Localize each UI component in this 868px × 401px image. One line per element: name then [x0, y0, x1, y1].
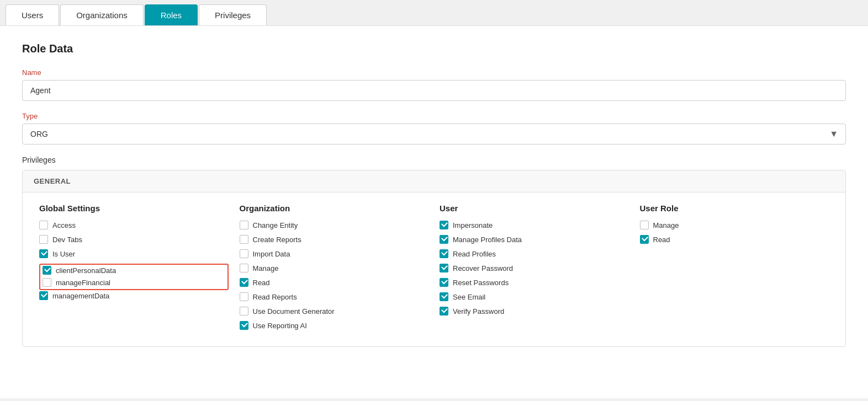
list-item: Is User — [39, 249, 229, 258]
privileges-label: Privileges — [22, 156, 846, 164]
list-item: Dev Tabs — [39, 235, 229, 244]
checkbox-access[interactable] — [39, 221, 48, 229]
list-item: Manage — [240, 264, 429, 272]
content-area: Role Data Name Type ORG USER SYSTEM ▼ Pr… — [0, 26, 868, 398]
label-access: Access — [52, 221, 76, 229]
tab-bar: Users Organizations Roles Privileges — [0, 0, 868, 26]
label-import-data: Import Data — [253, 250, 290, 258]
checkbox-manage-financial[interactable] — [43, 278, 51, 287]
col-title-user: User — [440, 204, 629, 213]
checkbox-management-data[interactable] — [39, 291, 48, 300]
list-item: Recover Password — [440, 264, 629, 272]
name-input[interactable] — [22, 80, 846, 101]
checkbox-user-role-manage[interactable] — [640, 221, 649, 229]
checkbox-verify-password[interactable] — [440, 307, 448, 316]
list-item: Read — [640, 235, 829, 244]
label-create-reports: Create Reports — [253, 236, 301, 244]
checkbox-client-personal-data[interactable] — [43, 266, 51, 275]
privileges-box: GENERAL Global Settings Access Dev Tabs — [22, 170, 846, 347]
checkbox-dev-tabs[interactable] — [39, 235, 48, 244]
checkbox-org-read[interactable] — [240, 278, 248, 287]
list-item: See Email — [440, 292, 629, 301]
checkbox-recover-password[interactable] — [440, 264, 448, 272]
type-select-wrapper: ORG USER SYSTEM ▼ — [22, 124, 846, 145]
label-see-email: See Email — [453, 293, 485, 301]
list-item: managementData — [39, 291, 229, 300]
checkbox-reset-passwords[interactable] — [440, 278, 448, 287]
privileges-field-group: Privileges GENERAL Global Settings Acces… — [22, 156, 846, 347]
privileges-grid: Global Settings Access Dev Tabs Is User — [23, 193, 845, 346]
list-item: Change Entity — [240, 221, 429, 229]
list-item: Read — [240, 278, 429, 287]
label-recover-password: Recover Password — [453, 264, 513, 272]
label-management-data: managementData — [52, 292, 109, 300]
label-org-manage: Manage — [253, 264, 279, 272]
label-org-read: Read — [253, 279, 270, 287]
tab-roles[interactable]: Roles — [145, 4, 198, 25]
checkbox-import-data[interactable] — [240, 249, 248, 258]
list-item: Read Reports — [240, 292, 429, 301]
checkbox-see-email[interactable] — [440, 292, 448, 301]
label-read-profiles: Read Profiles — [453, 250, 496, 258]
label-reset-passwords: Reset Passwords — [453, 279, 509, 287]
column-global-settings: Global Settings Access Dev Tabs Is User — [34, 204, 234, 335]
list-item: manageFinancial — [43, 278, 225, 287]
label-manage-profiles-data: Manage Profiles Data — [453, 236, 522, 244]
checkbox-org-manage[interactable] — [240, 264, 248, 272]
checkbox-impersonate[interactable] — [440, 221, 448, 229]
label-verify-password: Verify Password — [453, 307, 504, 316]
checkbox-is-user[interactable] — [39, 249, 48, 258]
checkbox-read-profiles[interactable] — [440, 249, 448, 258]
label-user-role-manage: Manage — [653, 221, 679, 229]
tab-users[interactable]: Users — [6, 4, 59, 25]
list-item: Reset Passwords — [440, 278, 629, 287]
label-manage-financial: manageFinancial — [56, 279, 110, 287]
checkbox-use-doc-gen[interactable] — [240, 307, 248, 316]
list-item: clientPersonalData — [43, 266, 225, 275]
label-client-personal-data: clientPersonalData — [56, 266, 116, 275]
name-field-group: Name — [22, 68, 846, 101]
tab-privileges[interactable]: Privileges — [199, 4, 267, 25]
list-item: Import Data — [240, 249, 429, 258]
list-item: Read Profiles — [440, 249, 629, 258]
privileges-header: GENERAL — [23, 170, 845, 193]
list-item: Access — [39, 221, 229, 229]
col-title-global-settings: Global Settings — [39, 204, 229, 213]
label-user-role-read: Read — [653, 236, 670, 244]
list-item: Manage Profiles Data — [440, 235, 629, 244]
column-user: User Impersonate Manage Profiles Data Re… — [434, 204, 634, 335]
label-use-reporting-ai: Use Reporting AI — [253, 322, 307, 330]
type-select[interactable]: ORG USER SYSTEM — [22, 124, 846, 145]
label-change-entity: Change Entity — [253, 221, 298, 229]
list-item: Create Reports — [240, 235, 429, 244]
checkbox-change-entity[interactable] — [240, 221, 248, 229]
page-title: Role Data — [22, 42, 846, 55]
type-label: Type — [22, 112, 846, 120]
column-organization: Organization Change Entity Create Report… — [234, 204, 435, 335]
checkbox-use-reporting-ai[interactable] — [240, 321, 248, 330]
list-item: Manage — [640, 221, 829, 229]
tab-organizations[interactable]: Organizations — [60, 4, 144, 25]
label-use-doc-gen: Use Document Generator — [253, 307, 335, 316]
col-title-user-role: User Role — [640, 204, 829, 213]
label-dev-tabs: Dev Tabs — [52, 236, 82, 244]
name-label: Name — [22, 68, 846, 77]
highlighted-group: clientPersonalData manageFinancial — [39, 264, 229, 290]
column-user-role: User Role Manage Read — [634, 204, 835, 335]
type-field-group: Type ORG USER SYSTEM ▼ — [22, 112, 846, 145]
list-item: Verify Password — [440, 307, 629, 316]
label-is-user: Is User — [52, 250, 75, 258]
list-item: Use Reporting AI — [240, 321, 429, 330]
col-title-organization: Organization — [240, 204, 429, 213]
checkbox-read-reports[interactable] — [240, 292, 248, 301]
checkbox-manage-profiles-data[interactable] — [440, 235, 448, 244]
label-read-reports: Read Reports — [253, 293, 297, 301]
label-impersonate: Impersonate — [453, 221, 493, 229]
list-item: Use Document Generator — [240, 307, 429, 316]
checkbox-create-reports[interactable] — [240, 235, 248, 244]
list-item: Impersonate — [440, 221, 629, 229]
checkbox-user-role-read[interactable] — [640, 235, 649, 244]
